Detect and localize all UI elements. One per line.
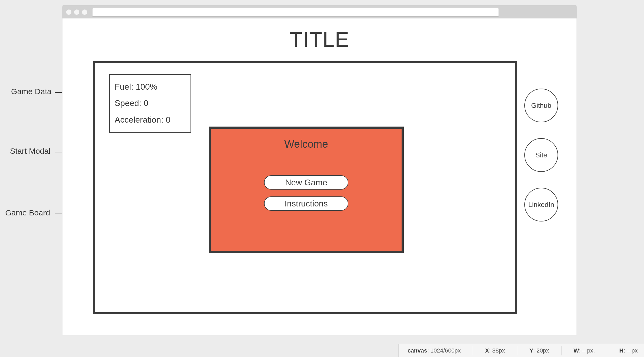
instructions-button[interactable]: Instructions — [264, 196, 348, 211]
status-canvas: canvas: 1024/600px — [408, 347, 461, 354]
status-separator — [517, 346, 517, 355]
traffic-dot-close-icon[interactable] — [66, 9, 71, 15]
status-separator — [607, 346, 607, 355]
linkedin-link[interactable]: LinkedIn — [524, 188, 558, 221]
game-data-fuel: Fuel: 100% — [115, 79, 186, 95]
annotation-game-board-label: Game Board — [5, 208, 50, 217]
status-x: X: 88px — [485, 347, 505, 354]
traffic-dot-minimize-icon[interactable] — [74, 9, 79, 15]
annotation-start-modal-label: Start Modal — [10, 147, 50, 156]
game-board: Fuel: 100% Speed: 0 Acceleration: 0 Welc… — [93, 61, 517, 314]
status-w: W: – px, — [574, 347, 595, 354]
page-title: TITLE — [62, 18, 577, 52]
status-separator — [473, 346, 473, 355]
status-separator — [561, 346, 562, 355]
external-links: Github Site LinkedIn — [524, 89, 558, 221]
browser-titlebar — [62, 6, 577, 18]
annotation-game-data-label: Game Data — [11, 87, 51, 96]
site-link[interactable]: Site — [524, 138, 558, 172]
browser-address-bar[interactable] — [92, 8, 499, 17]
status-h: H: – px — [619, 347, 638, 354]
new-game-button[interactable]: New Game — [264, 175, 348, 190]
game-data-panel: Fuel: 100% Speed: 0 Acceleration: 0 — [109, 74, 191, 133]
browser-window: TITLE Fuel: 100% Speed: 0 Acceleration: … — [62, 5, 577, 335]
github-link[interactable]: Github — [524, 89, 558, 122]
game-data-accel: Acceleration: 0 — [115, 112, 186, 128]
start-modal-buttons: New Game Instructions — [211, 175, 402, 211]
status-bar: canvas: 1024/600px X: 88px Y: 20px W: – … — [398, 344, 644, 357]
traffic-dot-zoom-icon[interactable] — [82, 9, 87, 15]
status-y: Y: 20px — [529, 347, 549, 354]
start-modal-title: Welcome — [211, 129, 402, 150]
browser-content: TITLE Fuel: 100% Speed: 0 Acceleration: … — [62, 18, 577, 335]
game-data-speed: Speed: 0 — [115, 95, 186, 111]
start-modal: Welcome New Game Instructions — [209, 127, 404, 253]
